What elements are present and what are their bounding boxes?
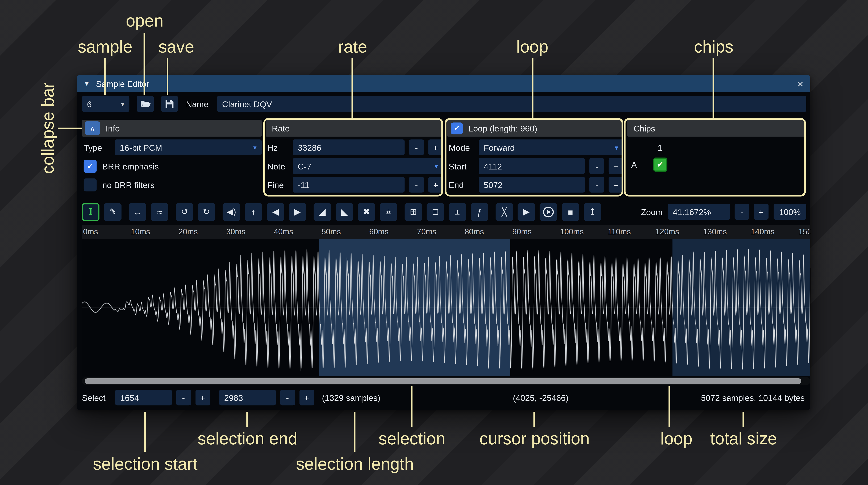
chips-grid: 1 A ✔ xyxy=(627,140,670,171)
cursor-position-text: (4025, -25466) xyxy=(513,393,568,402)
resample-button[interactable]: ≈ xyxy=(151,203,168,221)
selection-end-increment-button[interactable]: + xyxy=(299,390,314,406)
zoom-in-button[interactable]: + xyxy=(753,204,768,220)
edit-draw-icon: ✎ xyxy=(109,206,116,217)
no-brr-filters-checkbox[interactable] xyxy=(84,178,97,191)
save-button[interactable] xyxy=(161,96,178,112)
loop-mode-dropdown[interactable]: Forward ▼ xyxy=(478,139,623,155)
zoom-reset-button[interactable]: 100% xyxy=(773,204,806,220)
close-icon[interactable]: × xyxy=(797,78,804,89)
sample-selector[interactable]: 6 ▼ xyxy=(82,96,129,112)
loop-end-decrement-button[interactable]: - xyxy=(589,177,604,193)
timeline-tick: 10ms xyxy=(131,227,150,236)
zoom-out-button[interactable]: - xyxy=(734,204,749,220)
loop-panel-header: ✔ Loop (length: 960) xyxy=(447,120,623,137)
note-dropdown-value: C-7 xyxy=(298,161,311,171)
redo-button[interactable]: ↻ xyxy=(198,203,215,221)
amplify-button[interactable]: ◀) xyxy=(223,203,240,221)
annotation-open-line xyxy=(144,33,145,95)
annotation-rate-label: rate xyxy=(338,37,367,57)
brr-emphasis-label: BRR emphasis xyxy=(102,161,159,171)
horizontal-scrollbar[interactable] xyxy=(82,377,810,385)
fine-input[interactable]: -11 xyxy=(293,177,405,193)
selection-end-decrement-button[interactable]: - xyxy=(280,390,295,406)
titlebar[interactable]: ▼ Sample Editor × xyxy=(77,75,810,92)
fine-decrement-button[interactable]: - xyxy=(409,177,424,193)
edit-select-button[interactable]: I xyxy=(82,203,99,221)
insert-silence-button[interactable]: ⊞ xyxy=(405,203,422,221)
undo-button[interactable]: ↺ xyxy=(176,203,193,221)
loop-start-label: Start xyxy=(447,161,478,171)
loop-start-increment-button[interactable]: + xyxy=(609,158,623,174)
type-label: Type xyxy=(82,142,115,152)
selection-end-input[interactable]: 2983 xyxy=(219,390,276,406)
fade-out-button[interactable]: ◣ xyxy=(336,203,353,221)
annotation-collapse-bar-line xyxy=(58,128,82,129)
type-dropdown-value: 16-bit PCM xyxy=(120,142,162,152)
selection-start-input[interactable]: 1654 xyxy=(115,390,172,406)
undo-icon: ↺ xyxy=(181,206,188,217)
upload-to-chip-icon: ↥ xyxy=(589,206,596,217)
selection-start-increment-button[interactable]: + xyxy=(195,390,210,406)
rate-header-title: Rate xyxy=(272,123,290,133)
invert-button[interactable]: ▶ xyxy=(289,203,306,221)
loop-end-increment-button[interactable]: + xyxy=(609,177,623,193)
type-dropdown[interactable]: 16-bit PCM ▼ xyxy=(115,139,261,155)
open-button[interactable] xyxy=(137,96,154,112)
annotation-selection-end-label: selection end xyxy=(197,429,298,448)
fade-in-button[interactable]: ◢ xyxy=(314,203,331,221)
note-dropdown[interactable]: C-7 ▼ xyxy=(293,158,443,174)
reverse-button[interactable]: ◀ xyxy=(267,203,284,221)
resize-button[interactable]: ↔ xyxy=(129,203,146,221)
stop-button[interactable]: ■ xyxy=(562,203,579,221)
timeline-tick: 40ms xyxy=(274,227,293,236)
collapse-bar-button[interactable]: ∧ xyxy=(85,122,100,135)
apply-silence-button[interactable]: ⊟ xyxy=(427,203,444,221)
timeline-tick: 70ms xyxy=(417,227,436,236)
scrollbar-thumb[interactable] xyxy=(85,378,801,384)
fade-out-icon: ◣ xyxy=(341,206,348,217)
toolbar-group: I✎ xyxy=(82,203,122,221)
normalize-button[interactable]: ↕ xyxy=(245,203,262,221)
selection-start-decrement-button[interactable]: - xyxy=(176,390,191,406)
delete-button[interactable]: ✖ xyxy=(358,203,375,221)
hz-input[interactable]: 33286 xyxy=(293,139,405,155)
reverse-icon: ◀ xyxy=(272,206,279,217)
apply-silence-icon: ⊟ xyxy=(432,206,439,217)
waveform-display[interactable] xyxy=(82,239,810,376)
upload-to-chip-button[interactable]: ↥ xyxy=(584,203,601,221)
timeline-ruler[interactable]: 0ms10ms20ms30ms40ms50ms60ms70ms80ms90ms1… xyxy=(82,225,810,239)
preview-button[interactable]: ▶ xyxy=(518,203,535,221)
resize-icon: ↔ xyxy=(133,207,142,217)
checkmark-icon: ✔ xyxy=(87,162,93,170)
annotation-selection-line xyxy=(411,386,412,427)
waveform-canvas[interactable] xyxy=(82,239,810,376)
annotation-selection-start-line xyxy=(144,412,146,452)
sample-editor-window: ▼ Sample Editor × 6 ▼ xyxy=(77,75,810,410)
loop-end-input[interactable]: 5072 xyxy=(478,177,585,193)
window-collapse-icon[interactable]: ▼ xyxy=(84,80,90,87)
loop-start-decrement-button[interactable]: - xyxy=(589,158,604,174)
edit-draw-button[interactable]: ✎ xyxy=(104,203,122,221)
chip-enable-checkbox[interactable]: ✔ xyxy=(653,157,667,171)
no-brr-filters-label: no BRR filters xyxy=(102,180,155,189)
loop-start-input[interactable]: 4112 xyxy=(478,158,585,174)
name-input[interactable]: Clarinet DQV xyxy=(217,96,806,112)
crossfade-loop-button[interactable]: ╳ xyxy=(496,203,513,221)
loop-enable-checkbox[interactable]: ✔ xyxy=(451,122,463,134)
timeline-tick: 30ms xyxy=(226,227,245,236)
hz-decrement-button[interactable]: - xyxy=(409,139,424,155)
brr-emphasis-checkbox[interactable]: ✔ xyxy=(84,160,97,172)
annotation-rate-line xyxy=(351,58,353,118)
timeline-tick: 50ms xyxy=(321,227,341,236)
zoom-input[interactable]: 41.1672% xyxy=(668,204,730,220)
preview-icon: ▶ xyxy=(523,206,530,217)
chip-row-label: A xyxy=(629,160,637,169)
fine-increment-button[interactable]: + xyxy=(428,177,443,193)
hz-increment-button[interactable]: + xyxy=(428,139,443,155)
annotation-save-label: save xyxy=(158,37,194,57)
filter-button[interactable]: ƒ xyxy=(471,203,488,221)
sign-button[interactable]: ± xyxy=(449,203,466,221)
trim-button[interactable]: # xyxy=(380,203,397,221)
preview-note-button[interactable]: ▶ xyxy=(540,203,557,221)
